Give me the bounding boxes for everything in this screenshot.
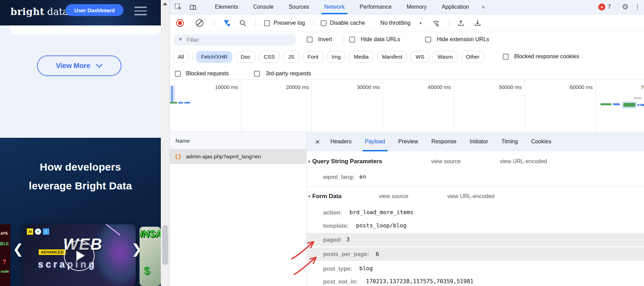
close-icon[interactable]: ✕ [315,138,320,146]
name-header-label: Name [175,133,190,149]
play-button[interactable] [64,240,95,271]
filter-funnel-icon[interactable] [223,19,231,27]
filter-input-pill[interactable] [173,34,296,46]
disable-cache-label: Disable cache [330,20,365,26]
overview-left-handle[interactable] [170,85,175,103]
more-tabs-icon[interactable]: » [481,3,484,10]
chip-media[interactable]: Media [349,51,373,63]
throttling-select[interactable]: No throttling ▾ [373,20,421,26]
scrollbar-thumb[interactable] [162,225,168,265]
details-tab-headers[interactable]: Headers [330,133,351,151]
chip-fetchxhr[interactable]: Fetch/XHR [196,51,232,63]
details-tab-payload[interactable]: Payload [365,133,385,151]
carousel-prev-icon[interactable]: ❮ [13,242,24,256]
timeline-label: 40000 ms [428,84,451,90]
brightdata-logo[interactable]: brightdata [10,6,68,17]
chip-doc[interactable]: Doc [236,51,255,63]
chip-font[interactable]: Font [303,51,323,63]
hamburger-menu-icon[interactable] [134,7,147,18]
view-url-encoded-link[interactable]: view URL-encoded [500,155,547,168]
timeline-label: 10000 ms [215,84,238,90]
view-source-link[interactable]: view source [431,155,460,168]
kebab-menu-icon[interactable]: ⋮ [634,3,641,11]
device-toolbar-icon[interactable] [189,3,197,11]
blocked-response-cookies-checkbox[interactable] [503,54,509,60]
tab-sources[interactable]: Sources [289,0,309,14]
tab-memory[interactable]: Memory [406,0,427,14]
view-more-button[interactable]: View More [37,55,121,76]
blocked-requests-checkbox[interactable] [175,71,181,77]
chip-wasm[interactable]: Wasm [433,51,457,63]
chip-img[interactable]: Img [327,51,346,63]
hide-data-urls-checkbox[interactable] [349,37,355,43]
hide-extension-urls-checkbox[interactable] [425,37,431,43]
chip-ws[interactable]: WS [411,51,429,63]
param-value: posts_loop/blog [356,219,407,233]
view-source-link[interactable]: view source [379,189,408,203]
timeline-label: 60000 ms [570,84,593,90]
settings-gear-icon[interactable]: ⚙ [622,2,629,12]
console-error-badge[interactable]: ✕ 7 [598,3,611,10]
carousel-partial-thumb-right[interactable]: INSA $ [140,227,161,286]
network-overview-timeline[interactable]: 10000 ms20000 ms30000 ms40000 ms50000 ms… [170,80,644,132]
carousel-partial-thumb-left[interactable]: APE BLE ? node [0,224,10,286]
divider [203,3,203,11]
inspect-element-icon[interactable] [174,3,182,11]
network-conditions-icon[interactable] [432,19,440,27]
record-button[interactable] [176,19,184,27]
preserve-log-checkbox[interactable] [264,20,270,26]
disclosure-triangle-icon[interactable]: ▼ [307,189,311,203]
timeline-label: 20000 ms [286,84,309,90]
search-icon[interactable] [239,19,247,27]
details-tab-initiator[interactable]: Initiator [470,133,488,151]
video-thumbnail[interactable]: JS ✳ i ADVANCED WEB scraping [23,224,136,286]
chip-js[interactable]: JS [283,51,299,63]
timeline-gridline [383,80,383,132]
tab-network[interactable]: Network [324,0,345,14]
name-column-header[interactable]: Name [170,133,306,149]
chip-css[interactable]: CSS [259,51,280,63]
disable-cache-checkbox[interactable] [321,20,327,26]
timeline-label: 30000 ms [357,84,380,90]
request-row[interactable]: {}admin-ajax.php?wpml_lang=en [170,149,306,164]
divider [255,19,256,27]
user-dashboard-button[interactable]: User Dashboard [66,4,123,16]
page-scrollbar[interactable] [161,0,170,286]
import-har-icon[interactable] [457,19,465,27]
divider [313,19,314,27]
divider [616,3,616,11]
timeline-bar-blue [178,102,183,104]
details-tab-cookies[interactable]: Cookies [531,133,551,151]
invert-checkbox[interactable] [307,37,313,43]
request-name: admin-ajax.php?wpml_lang=en [186,149,261,164]
tab-elements[interactable]: Elements [215,0,238,14]
tab-performance[interactable]: Performance [360,0,392,14]
chip-manifest[interactable]: Manifest [377,51,407,63]
tab-application[interactable]: Application [442,0,469,14]
chip-other[interactable]: Other [461,51,485,63]
payload-section-header: ▼Form Dataview sourceview URL-encoded [307,189,644,203]
payload-param-row: post_type:blog [307,262,644,276]
details-tab-timing[interactable]: Timing [501,133,518,151]
divider [449,19,449,27]
divider [214,19,214,27]
neon-figure-art [94,224,136,286]
param-key: posts_per_page: [323,247,369,261]
tab-console[interactable]: Console [253,0,274,14]
details-tab-response[interactable]: Response [431,133,456,151]
scrollbar-up-arrow[interactable] [163,2,167,5]
payload-param-row: paged:3 [307,233,644,246]
network-toolbar: Preserve log Disable cache No throttling… [170,14,644,32]
disclosure-triangle-icon[interactable]: ▼ [307,155,311,168]
export-har-icon[interactable] [473,19,482,27]
timeline-label: 50000 ms [499,84,522,90]
view-url-encoded-link[interactable]: view URL-encoded [447,189,494,203]
filter-input[interactable] [187,37,284,43]
dropdown-caret-icon: ▾ [420,21,422,25]
payload-section-header: ▼Query String Parametersview sourceview … [307,155,644,168]
clear-button[interactable] [196,19,203,27]
timeline-gridline [454,80,454,132]
chip-all[interactable]: All [173,51,189,63]
third-party-requests-checkbox[interactable] [254,71,260,77]
details-tab-preview[interactable]: Preview [398,133,418,151]
